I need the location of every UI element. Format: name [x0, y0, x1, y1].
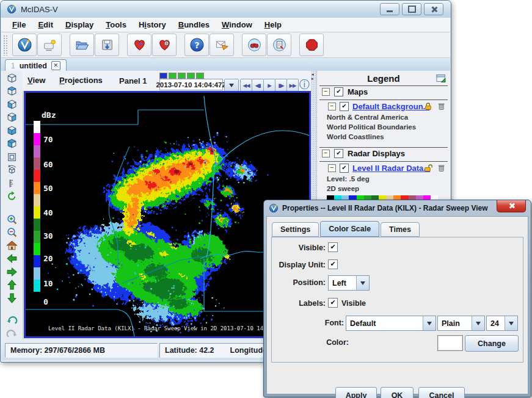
go-first-button[interactable]: ◀◀: [240, 79, 252, 92]
radar-visibility-checkbox[interactable]: ✔: [334, 149, 343, 158]
menu-help[interactable]: Help: [258, 19, 288, 31]
tab-times[interactable]: Times: [381, 222, 420, 237]
view-cube-perspective-icon[interactable]: [6, 73, 18, 84]
cancel-button[interactable]: Cancel: [418, 387, 465, 398]
stop-icon: [304, 37, 319, 52]
data-explorer-icon: [247, 37, 262, 52]
cancel-loads-button[interactable]: [299, 34, 324, 56]
splitter-arrows-icon[interactable]: ◂▸: [312, 72, 314, 81]
layer-controls-button[interactable]: [267, 34, 291, 56]
trash-icon[interactable]: [437, 164, 445, 172]
display-unit-checkbox[interactable]: ✔: [328, 259, 338, 269]
data-explorer-button[interactable]: [242, 34, 266, 56]
projections-menu[interactable]: Projections: [59, 76, 103, 85]
chevron-down-icon[interactable]: [423, 316, 435, 330]
tab-close-icon[interactable]: ✕: [51, 61, 60, 70]
frame-indicator[interactable]: [159, 73, 167, 79]
pan-left-icon[interactable]: [6, 253, 18, 264]
color-swatch[interactable]: [437, 335, 463, 351]
time-field[interactable]: 2013-07-10 14:04:47Z: [159, 79, 223, 90]
step-back-button[interactable]: ◀▮: [252, 79, 264, 92]
go-last-button[interactable]: ▶▶: [286, 79, 299, 92]
collapse-maps-icon[interactable]: −: [322, 88, 330, 96]
manage-favorites-button[interactable]: [152, 34, 177, 56]
minimize-button[interactable]: [380, 3, 399, 15]
menu-history[interactable]: History: [133, 19, 172, 31]
layer-visibility-checkbox[interactable]: ✔: [340, 102, 349, 111]
visible-checkbox[interactable]: ✔: [328, 242, 338, 252]
chevron-down-icon[interactable]: [356, 276, 369, 290]
view-cube-top-icon[interactable]: [6, 85, 18, 97]
animation-frames[interactable]: [159, 73, 204, 79]
undo-icon[interactable]: [6, 315, 18, 327]
view-cube-front-icon[interactable]: [6, 125, 18, 137]
vertical-scale-icon[interactable]: [6, 178, 18, 189]
lock-open-icon[interactable]: [424, 164, 432, 172]
step-forward-button[interactable]: ▮▶: [275, 79, 287, 92]
tab-untitled[interactable]: 1 untitled ✕: [5, 59, 67, 71]
help-button[interactable]: ?: [184, 34, 209, 56]
menu-window[interactable]: Window: [216, 19, 258, 31]
time-dropdown-button[interactable]: [224, 79, 239, 92]
close-button[interactable]: [424, 3, 443, 15]
pan-right-icon[interactable]: [6, 266, 18, 278]
font-size-select[interactable]: 24: [486, 316, 518, 331]
collapse-layer-icon[interactable]: −: [328, 103, 336, 110]
apply-button[interactable]: Apply: [335, 387, 377, 398]
ok-button[interactable]: OK: [381, 387, 414, 398]
zoom-in-icon[interactable]: [6, 214, 18, 225]
new-display-window-button[interactable]: [37, 34, 62, 56]
favorite-bundles-button[interactable]: [127, 34, 151, 56]
trash-icon[interactable]: [437, 102, 445, 110]
pan-up-icon[interactable]: [6, 279, 18, 291]
radar-layer-visibility-checkbox[interactable]: ✔: [340, 164, 349, 173]
tab-color-scale[interactable]: Color Scale: [320, 221, 379, 237]
chevron-down-icon[interactable]: [505, 316, 517, 330]
view-cube-top-left-icon[interactable]: [6, 138, 18, 150]
menu-edit[interactable]: Edit: [32, 19, 59, 31]
zoom-out-icon[interactable]: [6, 226, 18, 238]
change-color-button[interactable]: Change: [465, 335, 519, 352]
menu-bundles[interactable]: Bundles: [172, 19, 216, 31]
play-button[interactable]: ▶: [263, 79, 275, 92]
menu-file[interactable]: File: [6, 19, 32, 31]
open-bundle-button[interactable]: [70, 34, 94, 56]
title-bar[interactable]: McIDAS-V: [1, 1, 451, 18]
redo-icon[interactable]: [6, 328, 18, 340]
default-background-link[interactable]: Default Backgroun...: [352, 102, 429, 111]
auto-rotate-icon[interactable]: [6, 190, 18, 202]
animation-properties-icon[interactable]: ⓘ: [299, 79, 310, 90]
home-icon[interactable]: [6, 240, 18, 251]
mcidasv-dashboard-button[interactable]: [12, 34, 37, 56]
pan-down-icon[interactable]: [6, 292, 18, 304]
frame-indicator[interactable]: [196, 73, 204, 79]
lock-closed-icon[interactable]: [424, 102, 432, 110]
level2-radar-link[interactable]: Level II Radar Data...: [352, 164, 430, 173]
menu-tools[interactable]: Tools: [100, 19, 133, 31]
tab-settings[interactable]: Settings: [272, 222, 319, 237]
dialog-title-bar[interactable]: Properties -- Level II Radar Data (KILX)…: [264, 200, 531, 216]
chevron-down-icon[interactable]: [472, 316, 484, 330]
frame-indicator[interactable]: [187, 73, 195, 79]
toolbar-grip[interactable]: [3, 35, 9, 56]
labels-visible-checkbox[interactable]: ✔: [328, 298, 338, 308]
position-select[interactable]: Left: [328, 275, 370, 291]
view-cube-left-face-icon[interactable]: [6, 99, 18, 110]
dialog-close-button[interactable]: [497, 200, 526, 212]
collapse-radar-layer-icon[interactable]: −: [328, 164, 336, 172]
view-menu[interactable]: View: [27, 76, 45, 85]
font-style-select[interactable]: Plain: [437, 316, 485, 331]
font-family-select[interactable]: Default: [346, 316, 436, 331]
maps-visibility-checkbox[interactable]: ✔: [334, 87, 343, 96]
maximize-button[interactable]: [402, 3, 421, 15]
frame-indicator[interactable]: [178, 73, 186, 79]
menu-display[interactable]: Display: [59, 19, 100, 31]
float-legend-icon[interactable]: [436, 74, 446, 83]
collapse-radar-icon[interactable]: −: [322, 150, 330, 157]
box-select-icon[interactable]: [6, 151, 18, 163]
view-cube-right-face-icon[interactable]: [6, 112, 18, 123]
rotate-view-icon[interactable]: [6, 164, 18, 176]
frame-indicator[interactable]: [169, 73, 177, 79]
save-bundle-button[interactable]: [95, 34, 119, 56]
support-request-button[interactable]: [210, 34, 234, 56]
